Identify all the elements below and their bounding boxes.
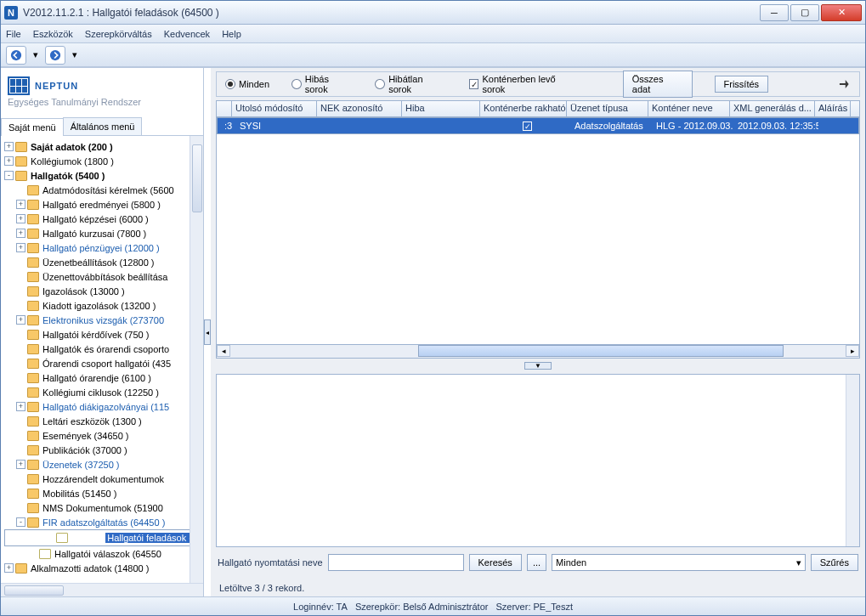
radio-all[interactable]: Minden	[225, 79, 269, 89]
tree-node[interactable]: +Hallgató képzései (6000 )	[4, 212, 203, 226]
tree-node[interactable]: +Elektronikus vizsgák (273700	[4, 313, 203, 327]
tree-expander[interactable]: -	[4, 171, 14, 180]
tab-own-menu[interactable]: Saját menü	[1, 118, 64, 136]
tree-scrollbar-thumb[interactable]	[192, 144, 202, 212]
tree-expander[interactable]: +	[16, 243, 25, 252]
tree-node[interactable]: +Saját adatok (200 )	[4, 139, 203, 154]
file-icon	[39, 549, 51, 559]
tree-node[interactable]: Adatmódosítási kérelmek (5600	[4, 183, 203, 197]
pin-icon[interactable]	[837, 77, 851, 91]
radio-errors[interactable]: Hibás sorok	[291, 74, 353, 94]
grid-header[interactable]: Utolsó módosítóNEK azonosítóHibaKonténer…	[216, 100, 860, 117]
grid-hscrollbar[interactable]: ◂ ▸	[216, 345, 860, 359]
maximize-button[interactable]: ▢	[790, 4, 819, 21]
logo-area: NEPTUN Egységes Tanulmányi Rendszer	[1, 68, 203, 110]
column-header[interactable]: Utolsó módosító	[232, 101, 317, 116]
tree-label: Leltári eszközök (1300 )	[41, 416, 144, 427]
tree-node[interactable]: Események (34650 )	[4, 428, 203, 443]
tree-node[interactable]: Hallgató órarendje (6100 )	[4, 370, 203, 385]
column-splitter[interactable]: ◂	[204, 68, 211, 596]
horizontal-splitter[interactable]: ▼	[216, 362, 860, 370]
nav-back-dropdown[interactable]: ▾	[30, 49, 42, 60]
tab-general-menu[interactable]: Általános menü	[63, 117, 143, 135]
tree-node[interactable]: Hallgatói feladások (6	[4, 529, 203, 546]
column-header[interactable]: Konténerbe rakható	[480, 101, 567, 116]
column-header[interactable]: Konténer neve	[648, 101, 730, 116]
hscroll-left[interactable]: ◂	[217, 345, 230, 357]
tree-node[interactable]: Üzenetbeállítások (12800 )	[4, 255, 203, 269]
tree-expander[interactable]: +	[16, 200, 25, 209]
nav-forward-dropdown[interactable]: ▾	[69, 49, 81, 60]
tree-node[interactable]: Publikációk (37000 )	[4, 443, 203, 457]
close-button[interactable]: ✕	[821, 4, 862, 21]
tree-node[interactable]: Kollégiumi ciklusok (12250 )	[4, 385, 203, 399]
tree-node[interactable]: +Hallgató diákigazolványai (115	[4, 399, 203, 414]
column-header[interactable]	[217, 101, 232, 116]
tree-scrollbar[interactable]	[190, 136, 203, 583]
nav-back-button[interactable]	[6, 46, 26, 65]
tree-node[interactable]: NMS Dokumentumok (51900	[4, 500, 203, 515]
tree-node[interactable]: +Üzenetek (37250 )	[4, 457, 203, 472]
tree-expander	[16, 359, 25, 368]
table-row[interactable]: :3SYSI✓AdatszolgáltatásHLG - 2012.09.03.…	[217, 117, 859, 134]
button-all-data[interactable]: Összes adat	[623, 71, 693, 98]
filter-button[interactable]: Szűrés	[811, 554, 858, 571]
tree-node[interactable]: -FIR adatszolgáltatás (64450 )	[4, 515, 203, 529]
tree-node[interactable]: Üzenettovábbítások beállítása	[4, 269, 203, 284]
tree-node[interactable]: Mobilitás (51450 )	[4, 486, 203, 500]
grid-body[interactable]: :3SYSI✓AdatszolgáltatásHLG - 2012.09.03.…	[216, 117, 860, 345]
tree-node[interactable]: -Hallgatók (5400 )	[4, 168, 203, 183]
tree-hscrollbar[interactable]	[1, 583, 203, 596]
radio-ok[interactable]: Hibátlan sorok	[375, 74, 446, 94]
tree-expander[interactable]: +	[16, 402, 25, 411]
menu-help[interactable]: Help	[222, 29, 241, 39]
menu-favorites[interactable]: Kedvencek	[164, 29, 210, 39]
search-button[interactable]: Keresés	[469, 554, 522, 571]
button-refresh[interactable]: Frissítés	[715, 76, 769, 93]
tree-node[interactable]: Kiadott igazolások (13200 )	[4, 298, 203, 313]
column-header[interactable]: NEK azonosító	[317, 101, 402, 116]
tree-expander[interactable]: +	[4, 563, 14, 573]
column-header[interactable]: XML generálás d...	[730, 101, 815, 116]
tree-node[interactable]: Hozzárendelt dokumentumok	[4, 472, 203, 486]
tree-node[interactable]: +Hallgató eredményei (5800 )	[4, 197, 203, 212]
nav-tree[interactable]: +Saját adatok (200 )+Kollégiumok (1800 )…	[1, 136, 203, 583]
tree-node[interactable]: +Kollégiumok (1800 )	[4, 154, 203, 168]
tree-expander[interactable]: +	[16, 229, 25, 238]
column-header[interactable]: Hiba	[402, 101, 480, 116]
menu-file[interactable]: File	[6, 29, 21, 39]
tree-expander[interactable]: +	[16, 315, 25, 325]
column-header[interactable]: Üzenet típusa	[567, 101, 648, 116]
filter-select[interactable]: Minden ▾	[552, 554, 806, 571]
minimize-button[interactable]: ─	[760, 4, 789, 21]
tree-expander[interactable]: +	[4, 142, 14, 151]
tree-label: Hozzárendelt dokumentumok	[41, 474, 166, 484]
tree-node[interactable]: Leltári eszközök (1300 )	[4, 414, 203, 428]
tree-node[interactable]: +Hallgató pénzügyei (12000 )	[4, 240, 203, 255]
menu-roleswitch[interactable]: Szerepkörváltás	[85, 29, 152, 39]
column-header[interactable]: Aláírás	[815, 101, 851, 116]
checkbox-icon[interactable]: ✓	[523, 122, 532, 131]
nav-forward-button[interactable]	[45, 46, 65, 65]
hscroll-right[interactable]: ▸	[846, 345, 859, 357]
tree-node[interactable]: +Alkalmazotti adatok (14800 )	[4, 561, 203, 575]
tree-node[interactable]: Igazolások (13000 )	[4, 284, 203, 298]
search-more-button[interactable]: ...	[527, 554, 546, 571]
checkbox-container-rows[interactable]: ✓Konténerben levő sorok	[469, 74, 579, 94]
tree-node[interactable]: Hallgatói válaszok (64550	[4, 546, 203, 561]
tree-node[interactable]: Hallgatók és órarendi csoporto	[4, 342, 203, 356]
tree-node[interactable]: Órarendi csoport hallgatói (435	[4, 356, 203, 370]
menu-tools[interactable]: Eszközök	[33, 29, 73, 39]
tree-node[interactable]: +Hallgató kurzusai (7800 )	[4, 226, 203, 240]
hscroll-thumb[interactable]	[418, 345, 784, 357]
tree-expander[interactable]: -	[16, 517, 25, 527]
tree-expander[interactable]: +	[16, 460, 25, 469]
tree-node[interactable]: Hallgatói kérdőívek (750 )	[4, 327, 203, 342]
detail-scrollbar[interactable]	[846, 375, 859, 546]
tree-expander[interactable]: +	[16, 214, 25, 223]
tree-label: Üzenettovábbítások beállítása	[41, 272, 169, 282]
search-input[interactable]	[328, 554, 464, 571]
tree-hscrollbar-thumb[interactable]	[4, 585, 64, 596]
tree-expander[interactable]: +	[4, 156, 14, 166]
menubar: File Eszközök Szerepkörváltás Kedvencek …	[1, 25, 865, 43]
